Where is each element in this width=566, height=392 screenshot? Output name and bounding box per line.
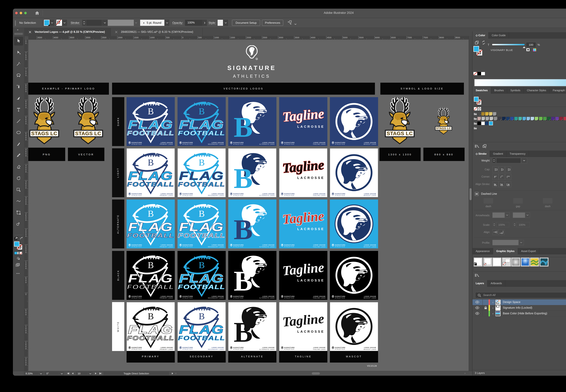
svg-text:B: B	[199, 157, 205, 168]
svg-text:B: B	[199, 260, 205, 270]
svg-text:B: B	[148, 311, 154, 321]
svg-text:B: B	[148, 209, 154, 219]
svg-text:STAGS LC: STAGS LC	[31, 131, 57, 136]
svg-text:B: B	[199, 209, 205, 219]
svg-text:B: B	[148, 106, 154, 116]
svg-text:B: B	[199, 311, 205, 321]
svg-text:B: B	[148, 157, 154, 168]
svg-text:STAGS LC: STAGS LC	[75, 131, 101, 136]
svg-text:B: B	[199, 106, 205, 116]
svg-text:B: B	[148, 260, 154, 270]
svg-text:STAGS LC: STAGS LC	[436, 127, 451, 130]
svg-text:R: R	[256, 58, 257, 60]
svg-text:STAGS LC: STAGS LC	[387, 131, 413, 136]
